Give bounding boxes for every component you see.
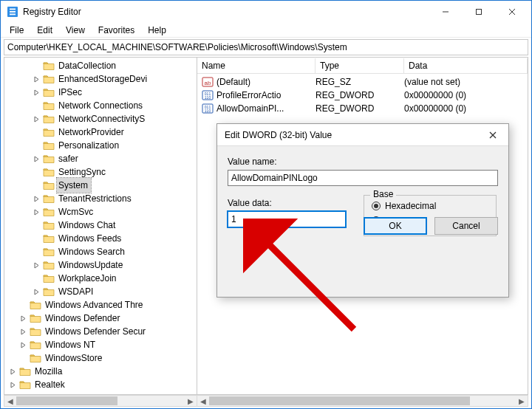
tree-item[interactable]: WSDAPI xyxy=(6,285,197,298)
dialog-close-button[interactable] xyxy=(482,124,504,146)
tree-item[interactable]: safer xyxy=(6,152,197,165)
tree-item[interactable]: Windows Defender xyxy=(6,312,197,325)
tree-item[interactable]: Windows Feeds xyxy=(6,232,197,245)
expand-icon[interactable] xyxy=(9,381,17,389)
list-row[interactable]: ab(Default)REG_SZ(value not set) xyxy=(197,75,528,89)
tree-item-label: Windows Chat xyxy=(57,218,118,233)
tree-hscroll[interactable]: ◀ ▶ xyxy=(4,395,197,407)
app-icon xyxy=(7,6,18,18)
expand-icon[interactable] xyxy=(19,328,27,336)
menu-favorites[interactable]: Favorites xyxy=(92,24,140,37)
tree-item[interactable]: Windows NT xyxy=(6,338,197,351)
expand-icon[interactable] xyxy=(33,115,41,123)
tree-item[interactable]: Windows Advanced Thre xyxy=(6,298,197,312)
list-hscroll[interactable]: ◀ ▶ xyxy=(197,395,528,407)
radio-hexadecimal[interactable]: Hexadecimal xyxy=(372,199,488,213)
tree-item[interactable]: Personalization xyxy=(6,139,197,152)
expand-icon[interactable] xyxy=(33,89,41,97)
scroll-right-icon[interactable]: ▶ xyxy=(185,395,197,407)
tree-item-label: WindowsStore xyxy=(44,351,105,365)
menu-file[interactable]: File xyxy=(4,24,30,37)
folder-icon xyxy=(43,286,55,297)
value-icon: 011110 xyxy=(202,103,214,114)
tree-item[interactable]: WorkplaceJoin xyxy=(6,272,197,285)
folder-icon xyxy=(43,61,55,71)
cell-name: AllowDomainPI... xyxy=(216,103,316,114)
svg-rect-1 xyxy=(10,9,16,10)
expand-spacer xyxy=(33,142,41,150)
tree-item[interactable]: IPSec xyxy=(6,86,197,99)
expand-icon[interactable] xyxy=(19,315,27,323)
tree-item[interactable]: WcmSvc xyxy=(6,205,197,219)
tree-item[interactable]: SettingSync xyxy=(6,165,197,179)
dialog-titlebar[interactable]: Edit DWORD (32-bit) Value xyxy=(217,124,508,146)
tree-item-label: Windows Search xyxy=(57,244,128,259)
tree-item-label: Windows Advanced Thre xyxy=(44,298,146,312)
list-row[interactable]: 011110AllowDomainPI...REG_DWORD0x0000000… xyxy=(197,102,528,115)
value-data-field[interactable] xyxy=(228,211,346,227)
address-path: Computer\HKEY_LOCAL_MACHINE\SOFTWARE\Pol… xyxy=(7,42,347,52)
menu-edit[interactable]: Edit xyxy=(31,24,58,37)
expand-icon[interactable] xyxy=(33,288,41,296)
value-name-field[interactable] xyxy=(228,170,498,186)
folder-icon xyxy=(30,326,41,337)
col-type[interactable]: Type xyxy=(316,58,404,73)
menu-view[interactable]: View xyxy=(60,24,91,37)
scroll-left-icon[interactable]: ◀ xyxy=(197,395,209,407)
tree-item[interactable]: DataCollection xyxy=(6,59,197,72)
menu-help[interactable]: Help xyxy=(142,24,172,37)
tree-item[interactable]: NetworkProvider xyxy=(6,126,197,139)
bottom-scrollbars: ◀ ▶ ◀ ▶ xyxy=(4,395,528,407)
tree-item[interactable]: Network Connections xyxy=(6,99,197,112)
cell-data: (value not set) xyxy=(404,77,528,87)
tree-item[interactable]: NetworkConnectivityS xyxy=(6,112,197,126)
col-name[interactable]: Name xyxy=(197,58,316,73)
tree-item[interactable]: WindowsStore xyxy=(6,351,197,365)
folder-icon xyxy=(43,87,55,97)
close-button[interactable] xyxy=(495,1,528,23)
tree-item[interactable]: Realtek xyxy=(6,378,197,391)
tree-item[interactable]: Windows Chat xyxy=(6,219,197,232)
list-body: ab(Default)REG_SZ(value not set)011110Pr… xyxy=(197,74,528,117)
expand-icon[interactable] xyxy=(19,341,27,349)
tree-item[interactable]: Windows Search xyxy=(6,245,197,258)
value-name-label: Value name: xyxy=(228,157,498,167)
expand-icon[interactable] xyxy=(33,75,41,83)
tree-item[interactable]: Mozilla xyxy=(6,365,197,378)
tree-item-label: Realtek xyxy=(33,377,68,392)
expand-icon[interactable] xyxy=(33,155,41,163)
tree-item-label: IPSec xyxy=(57,85,85,100)
tree-item[interactable]: TenantRestrictions xyxy=(6,192,197,205)
tree-pane[interactable]: DataCollectionEnhancedStorageDeviIPSecNe… xyxy=(4,57,197,395)
address-bar[interactable]: Computer\HKEY_LOCAL_MACHINE\SOFTWARE\Pol… xyxy=(4,39,528,55)
expand-icon[interactable] xyxy=(33,208,41,216)
folder-icon xyxy=(43,193,55,204)
expand-icon[interactable] xyxy=(9,368,17,376)
tree-item-label: NetworkProvider xyxy=(57,125,127,140)
value-icon: 011110 xyxy=(202,89,214,101)
ok-button[interactable]: OK xyxy=(364,217,427,235)
cell-data: 0x00000000 (0) xyxy=(404,103,528,114)
maximize-button[interactable] xyxy=(462,1,495,23)
folder-icon xyxy=(43,167,55,177)
expand-spacer xyxy=(33,235,41,243)
minimize-button[interactable] xyxy=(429,1,462,23)
cancel-button[interactable]: Cancel xyxy=(434,217,498,235)
list-row[interactable]: 011110ProfileErrorActioREG_DWORD0x000000… xyxy=(197,89,528,102)
svg-rect-3 xyxy=(10,14,16,16)
tree-item[interactable]: Windows Defender Secur xyxy=(6,325,197,338)
scroll-left-icon[interactable]: ◀ xyxy=(4,395,16,407)
folder-icon xyxy=(19,366,31,377)
scroll-right-icon[interactable]: ▶ xyxy=(516,395,528,407)
col-data[interactable]: Data xyxy=(404,58,528,73)
registry-tree: DataCollectionEnhancedStorageDeviIPSecNe… xyxy=(4,58,197,395)
tree-item[interactable]: WindowsUpdate xyxy=(6,258,197,272)
tree-item-label: Network Connections xyxy=(57,98,146,113)
tree-item[interactable]: System xyxy=(6,179,197,192)
expand-icon[interactable] xyxy=(33,195,41,203)
svg-rect-5 xyxy=(476,10,481,15)
tree-item[interactable]: EnhancedStorageDevi xyxy=(6,72,197,86)
expand-spacer xyxy=(33,182,41,190)
expand-icon[interactable] xyxy=(33,261,41,269)
folder-icon xyxy=(43,233,55,244)
